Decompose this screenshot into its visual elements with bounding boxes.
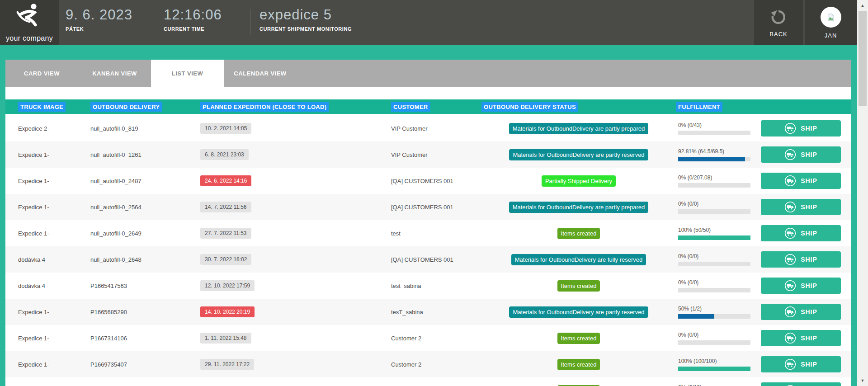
ship-button[interactable]: SHIP bbox=[761, 382, 841, 386]
customer-cell: [QA] CUSTOMERS 001 bbox=[391, 178, 481, 184]
outbound-delivery-cell: P1665417563 bbox=[90, 282, 200, 289]
ship-button[interactable]: SHIP bbox=[761, 225, 841, 241]
app-header: your company 9. 6. 2023 PÁTEK 12:16:06 C… bbox=[0, 0, 857, 45]
ship-button[interactable]: SHIP bbox=[761, 120, 841, 137]
fulfillment-text: 100% (50/50) bbox=[678, 227, 753, 233]
status-cell: Items created bbox=[481, 280, 676, 292]
tab-list-view[interactable]: LIST VIEW bbox=[151, 60, 224, 87]
column-header[interactable]: OUTBOUND DELIVERY bbox=[90, 102, 162, 112]
planned-expedition-badge: 24. 6. 2022 14:16 bbox=[200, 175, 251, 186]
planned-expedition-cell: 10. 2. 2021 14:05 bbox=[200, 123, 391, 134]
ship-button-label: SHIP bbox=[801, 125, 817, 132]
status-cell: Items created bbox=[481, 228, 676, 239]
ship-cell: SHIP bbox=[753, 278, 851, 294]
table-row: Expedice 1-P166973540729. 11. 2022 17:22… bbox=[5, 351, 851, 377]
ship-cell: SHIP bbox=[753, 251, 851, 268]
fulfillment-bar bbox=[678, 209, 750, 214]
column-header[interactable]: CUSTOMER bbox=[391, 102, 430, 112]
truck-icon bbox=[784, 227, 796, 239]
fulfillment-bar bbox=[678, 314, 750, 319]
table-header-cell: FULFILLMENT bbox=[676, 102, 753, 112]
tab-kanban-view[interactable]: KANBAN VIEW bbox=[78, 60, 151, 87]
ship-cell: SHIP bbox=[753, 330, 851, 346]
status-cell: Materials for OutboundDelivery are partl… bbox=[481, 149, 676, 160]
table-row: dodávka 4null_autofill-0_264830. 7. 2022… bbox=[5, 246, 851, 273]
planned-expedition-cell: 6. 8. 2021 23:03 bbox=[200, 149, 391, 160]
fulfillment-bar bbox=[678, 288, 750, 292]
fulfillment-cell: 0% (0/0) bbox=[676, 201, 753, 214]
column-header[interactable]: PLANNED EXPEDITION (CLOSE TO LOAD) bbox=[200, 102, 329, 112]
customer-cell: VIP Customer bbox=[391, 151, 481, 158]
truck-image-cell: Expedice 1- bbox=[18, 151, 90, 158]
fulfillment-text: 0% (0/0) bbox=[678, 201, 753, 207]
ship-cell: SHIP bbox=[753, 304, 851, 320]
planned-expedition-badge: 29. 11. 2022 17:22 bbox=[200, 359, 254, 370]
scroll-up-arrow-icon[interactable]: ▲ bbox=[857, 1, 868, 10]
ship-cell: SHIP bbox=[753, 356, 851, 372]
customer-cell: Customer 2 bbox=[391, 361, 481, 368]
company-logo[interactable]: your company bbox=[0, 0, 59, 45]
ship-button[interactable]: SHIP bbox=[761, 251, 841, 268]
column-header[interactable]: FULFILLMENT bbox=[676, 102, 722, 112]
table-row: dodávka 4P166541756312. 10. 2022 17:59te… bbox=[5, 273, 851, 299]
fulfillment-text: 0% (0/10) bbox=[678, 384, 753, 386]
column-header[interactable]: TRUCK IMAGE bbox=[18, 102, 66, 112]
date-value: 9. 6. 2023 bbox=[66, 7, 132, 23]
planned-expedition-badge: 10. 2. 2021 14:05 bbox=[200, 123, 251, 134]
planned-expedition-cell: 27. 7. 2022 11:53 bbox=[200, 228, 391, 239]
truck-image-cell: Expedice 1- bbox=[18, 335, 90, 342]
ship-cell: SHIP bbox=[753, 225, 851, 241]
status-cell: Materials for OutboundDelivery are partl… bbox=[481, 123, 676, 134]
ship-button[interactable]: SHIP bbox=[761, 199, 841, 215]
truck-icon bbox=[784, 306, 796, 318]
scroll-down-arrow-icon[interactable]: ▼ bbox=[857, 376, 868, 385]
table-row: Expedice 1-null_autofill-0_264927. 7. 20… bbox=[5, 220, 851, 246]
ship-button[interactable]: SHIP bbox=[761, 146, 841, 163]
shipment-label: CURRENT SHIPMENT MONITORING bbox=[259, 26, 352, 32]
status-badge: Materials for OutboundDelivery are partl… bbox=[509, 306, 648, 318]
status-cell: Items created bbox=[481, 333, 676, 344]
truck-icon bbox=[784, 122, 796, 134]
fulfillment-text: 0% (0/0) bbox=[678, 253, 753, 259]
user-menu[interactable]: JAN bbox=[805, 0, 857, 45]
status-badge: Materials for OutboundDelivery are partl… bbox=[509, 123, 649, 134]
time-value: 12:16:06 bbox=[164, 7, 222, 23]
scrollbar-thumb[interactable] bbox=[859, 11, 867, 106]
fulfillment-bar bbox=[678, 157, 750, 161]
outbound-delivery-cell: null_autofill-0_2649 bbox=[90, 230, 200, 237]
tab-card-view[interactable]: CARD VIEW bbox=[5, 60, 78, 87]
back-label: BACK bbox=[769, 31, 787, 38]
ship-button[interactable]: SHIP bbox=[761, 356, 841, 372]
fulfillment-cell: 100% (100/100) bbox=[676, 358, 753, 371]
truck-image-cell: Expedice 1- bbox=[18, 309, 90, 315]
ship-button-label: SHIP bbox=[801, 334, 817, 342]
planned-expedition-cell: 1. 11. 2022 15:48 bbox=[200, 333, 391, 344]
avatar bbox=[821, 7, 841, 28]
ship-cell: SHIP bbox=[753, 199, 851, 215]
fulfillment-cell: 0% (0/0) bbox=[676, 279, 753, 292]
ship-button-label: SHIP bbox=[801, 151, 817, 158]
planned-expedition-badge: 14. 7. 2022 11:56 bbox=[200, 202, 251, 212]
truck-image-cell: Expedice 1- bbox=[18, 230, 90, 237]
vertical-scrollbar[interactable]: ▲ ▼ bbox=[857, 0, 868, 386]
fulfillment-bar bbox=[678, 367, 750, 371]
status-badge: Items created bbox=[557, 280, 600, 292]
ship-button[interactable]: SHIP bbox=[761, 278, 841, 294]
table-header-cell: OUTBOUND DELIVERY bbox=[90, 102, 200, 112]
ship-button[interactable]: SHIP bbox=[761, 330, 841, 346]
ship-button[interactable]: SHIP bbox=[761, 173, 841, 189]
ship-button-label: SHIP bbox=[801, 256, 817, 263]
customer-cell: tesT_sabina bbox=[391, 309, 481, 315]
table-header-cell: PLANNED EXPEDITION (CLOSE TO LOAD) bbox=[200, 102, 391, 112]
outbound-delivery-cell: null_autofill-0_1261 bbox=[90, 151, 200, 158]
back-button[interactable]: BACK bbox=[754, 0, 803, 45]
tab-calendar-view[interactable]: CALENDAR VIEW bbox=[224, 60, 297, 87]
fulfillment-text: 0% (0/207.08) bbox=[678, 174, 753, 181]
status-badge: Items created bbox=[557, 228, 600, 239]
current-time: 12:16:06 CURRENT TIME bbox=[164, 7, 222, 32]
table-body: Expedice 2-null_autofill-0_81910. 2. 202… bbox=[5, 115, 851, 386]
truck-icon bbox=[784, 149, 796, 160]
planned-expedition-cell: 14. 7. 2022 11:56 bbox=[200, 202, 391, 212]
column-header[interactable]: OUTBOUND DELIVERY STATUS bbox=[481, 102, 578, 112]
ship-button[interactable]: SHIP bbox=[761, 304, 841, 320]
